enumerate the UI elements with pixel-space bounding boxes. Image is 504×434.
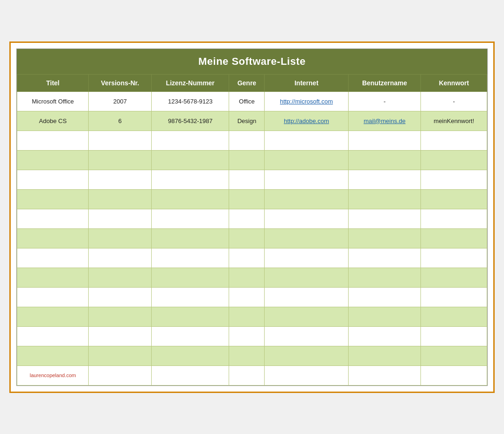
cell-internet: [265, 287, 349, 307]
cell-lizenz: [151, 150, 229, 170]
benutzername-link[interactable]: mail@meins.de: [364, 117, 406, 124]
cell-genre: [229, 131, 265, 150]
cell-genre: Design: [229, 111, 265, 131]
cell-kennwort: [421, 189, 487, 209]
cell-titel: [17, 228, 89, 248]
cell-version: [89, 170, 151, 189]
cell-titel: [17, 268, 89, 287]
cell-titel: [17, 326, 89, 346]
cell-genre: [229, 365, 265, 385]
cell-version: [89, 307, 151, 326]
cell-benutzername: [348, 209, 420, 228]
cell-titel: [17, 189, 89, 209]
cell-titel: Microsoft Office: [17, 91, 89, 111]
cell-kennwort: [421, 170, 487, 189]
table-row: [17, 287, 487, 307]
cell-internet: [265, 268, 349, 287]
cell-benutzername: [348, 268, 420, 287]
cell-lizenz: [151, 228, 229, 248]
cell-version: [89, 346, 151, 365]
cell-benutzername: [348, 189, 420, 209]
cell-benutzername: [348, 170, 420, 189]
cell-benutzername: [348, 228, 420, 248]
cell-titel: laurencopeland.com: [17, 365, 89, 385]
title-row: Meine Software-Liste: [17, 49, 487, 74]
cell-lizenz: [151, 346, 229, 365]
cell-genre: [229, 307, 265, 326]
table-row: [17, 209, 487, 228]
col-header-benutzername: Benutzername: [348, 74, 420, 91]
cell-kennwort: [421, 307, 487, 326]
col-header-internet: Internet: [265, 74, 349, 91]
cell-kennwort: [421, 228, 487, 248]
internet-link[interactable]: http://adobe.com: [284, 117, 329, 124]
col-header-genre: Genre: [229, 74, 265, 91]
cell-kennwort: [421, 287, 487, 307]
cell-titel: [17, 287, 89, 307]
cell-benutzername[interactable]: mail@meins.de: [348, 111, 420, 131]
cell-genre: [229, 150, 265, 170]
cell-kennwort: [421, 248, 487, 268]
cell-internet: [265, 209, 349, 228]
cell-genre: [229, 170, 265, 189]
cell-titel: [17, 307, 89, 326]
page-title: Meine Software-Liste: [198, 55, 306, 67]
table-row: [17, 248, 487, 268]
cell-version: [89, 365, 151, 385]
cell-lizenz: [151, 170, 229, 189]
table-container: Meine Software-Liste Titel Versions-Nr. …: [16, 48, 488, 386]
header-row: Titel Versions-Nr. Lizenz-Nummer Genre I…: [17, 74, 487, 91]
cell-lizenz: 9876-5432-1987: [151, 111, 229, 131]
cell-internet[interactable]: http://microsoft.com: [265, 91, 349, 111]
cell-benutzername: [348, 150, 420, 170]
cell-titel: [17, 346, 89, 365]
cell-internet: [265, 248, 349, 268]
cell-internet: [265, 150, 349, 170]
table-row: [17, 326, 487, 346]
cell-benutzername: [348, 326, 420, 346]
table-row: [17, 131, 487, 150]
cell-version: [89, 209, 151, 228]
cell-kennwort: -: [421, 91, 487, 111]
table-row: Microsoft Office20071234-5678-9123Office…: [17, 91, 487, 111]
cell-kennwort: [421, 365, 487, 385]
cell-version: [89, 326, 151, 346]
cell-version: [89, 131, 151, 150]
cell-lizenz: 1234-5678-9123: [151, 91, 229, 111]
cell-internet: [265, 365, 349, 385]
cell-genre: Office: [229, 91, 265, 111]
table-row: [17, 346, 487, 365]
table-row: [17, 228, 487, 248]
cell-lizenz: [151, 326, 229, 346]
col-header-kennwort: Kennwort: [421, 74, 487, 91]
cell-lizenz: [151, 307, 229, 326]
cell-kennwort: [421, 326, 487, 346]
cell-lizenz: [151, 268, 229, 287]
table-row: [17, 307, 487, 326]
cell-internet[interactable]: http://adobe.com: [265, 111, 349, 131]
col-header-lizenz: Lizenz-Nummer: [151, 74, 229, 91]
cell-kennwort: [421, 346, 487, 365]
cell-internet: [265, 307, 349, 326]
cell-genre: [229, 209, 265, 228]
cell-titel: [17, 209, 89, 228]
internet-link[interactable]: http://microsoft.com: [280, 98, 333, 105]
cell-internet: [265, 189, 349, 209]
cell-lizenz: [151, 209, 229, 228]
cell-kennwort: [421, 131, 487, 150]
cell-titel: Adobe CS: [17, 111, 89, 131]
software-table: Titel Versions-Nr. Lizenz-Nummer Genre I…: [17, 74, 487, 386]
cell-version: [89, 150, 151, 170]
cell-version: 6: [89, 111, 151, 131]
cell-version: [89, 189, 151, 209]
cell-version: [89, 228, 151, 248]
col-header-version: Versions-Nr.: [89, 74, 151, 91]
cell-lizenz: [151, 248, 229, 268]
cell-benutzername: -: [348, 91, 420, 111]
cell-internet: [265, 170, 349, 189]
cell-genre: [229, 326, 265, 346]
cell-version: 2007: [89, 91, 151, 111]
table-row: Adobe CS69876-5432-1987Designhttp://adob…: [17, 111, 487, 131]
col-header-titel: Titel: [17, 74, 89, 91]
cell-internet: [265, 326, 349, 346]
